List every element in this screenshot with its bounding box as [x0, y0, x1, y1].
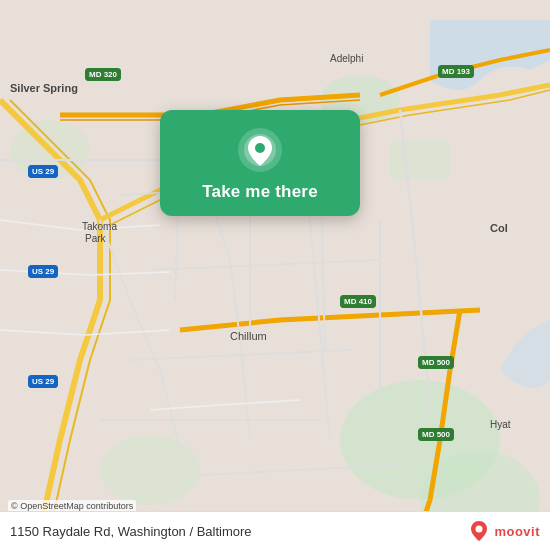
svg-text:Col: Col [490, 222, 508, 234]
svg-text:Hyat: Hyat [490, 419, 511, 430]
svg-text:Takoma: Takoma [82, 221, 117, 232]
location-pin-icon [238, 128, 282, 172]
road-badge-md410: MD 410 [340, 295, 376, 308]
map-background: Silver Spring Takoma Park Langley Adelph… [0, 0, 550, 550]
map-container: Silver Spring Takoma Park Langley Adelph… [0, 0, 550, 550]
moovit-label: moovit [494, 524, 540, 539]
road-badge-us29-1: US 29 [28, 165, 58, 178]
road-badge-md500-2: MD 500 [418, 428, 454, 441]
road-badge-us29-3: US 29 [28, 375, 58, 388]
svg-text:Silver Spring: Silver Spring [10, 82, 78, 94]
svg-line-9 [130, 350, 350, 360]
road-badge-md320: MD 320 [85, 68, 121, 81]
moovit-pin-icon [468, 520, 490, 542]
bottom-bar: 1150 Raydale Rd, Washington / Baltimore … [0, 511, 550, 550]
svg-rect-3 [390, 140, 450, 180]
road-badge-md193: MD 193 [438, 65, 474, 78]
road-badge-md500-1: MD 500 [418, 356, 454, 369]
svg-line-8 [150, 260, 380, 270]
svg-text:Adelphi: Adelphi [330, 53, 363, 64]
road-badge-us29-2: US 29 [28, 265, 58, 278]
svg-point-26 [255, 143, 265, 153]
popup-card[interactable]: Take me there [160, 110, 360, 216]
address-label: 1150 Raydale Rd, Washington / Baltimore [10, 524, 252, 539]
svg-point-4 [100, 435, 200, 505]
svg-text:Chillum: Chillum [230, 330, 267, 342]
moovit-logo: moovit [468, 520, 540, 542]
popup-label: Take me there [202, 182, 318, 202]
svg-text:Park: Park [85, 233, 107, 244]
svg-point-27 [476, 526, 483, 533]
